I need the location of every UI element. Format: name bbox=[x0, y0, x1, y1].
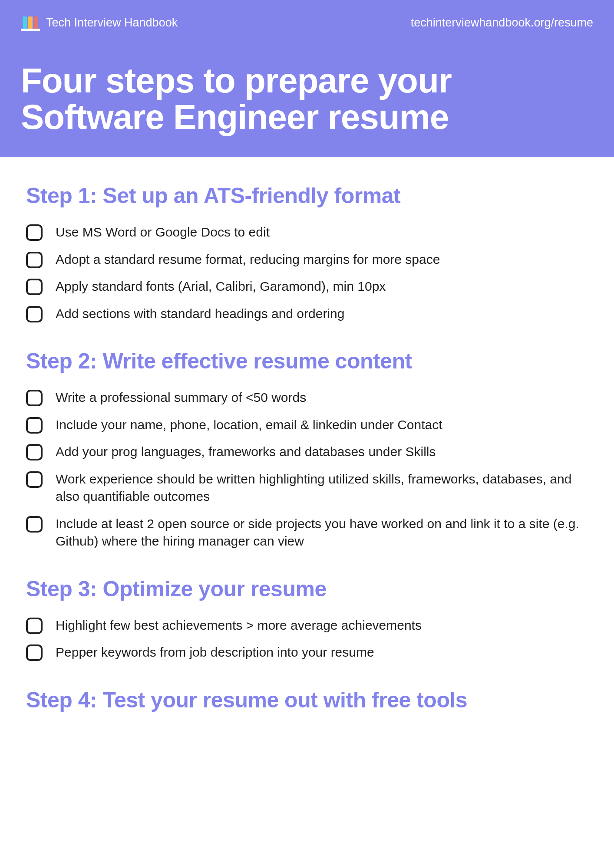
item-text: Adopt a standard resume format, reducing… bbox=[56, 251, 440, 269]
checklist-item: Highlight few best achievements > more a… bbox=[26, 617, 588, 635]
step-2: Step 2: Write effective resume content W… bbox=[26, 349, 588, 550]
checkbox[interactable] bbox=[26, 471, 43, 488]
item-text: Write a professional summary of <50 word… bbox=[56, 389, 306, 407]
checkbox[interactable] bbox=[26, 252, 43, 268]
svg-rect-1 bbox=[28, 16, 33, 29]
item-text: Add your prog languages, frameworks and … bbox=[56, 443, 436, 461]
checkbox[interactable] bbox=[26, 390, 43, 406]
step-title: Step 3: Optimize your resume bbox=[26, 576, 588, 602]
checklist-item: Add sections with standard headings and … bbox=[26, 305, 588, 323]
step-4: Step 4: Test your resume out with free t… bbox=[26, 687, 588, 713]
item-text: Pepper keywords from job description int… bbox=[56, 644, 374, 661]
brand: Tech Interview Handbook bbox=[21, 13, 178, 32]
checkbox[interactable] bbox=[26, 618, 43, 634]
header-banner: Tech Interview Handbook techinterviewhan… bbox=[0, 0, 614, 157]
item-text: Add sections with standard headings and … bbox=[56, 305, 344, 323]
content-area: Step 1: Set up an ATS-friendly format Us… bbox=[0, 157, 614, 713]
checklist-item: Include at least 2 open source or side p… bbox=[26, 515, 588, 550]
page-title: Four steps to prepare your Software Engi… bbox=[21, 62, 593, 135]
checkbox[interactable] bbox=[26, 306, 43, 322]
svg-rect-3 bbox=[21, 29, 40, 31]
checkbox[interactable] bbox=[26, 444, 43, 460]
checklist-item: Use MS Word or Google Docs to edit bbox=[26, 224, 588, 241]
topbar: Tech Interview Handbook techinterviewhan… bbox=[21, 13, 593, 32]
checklist-item: Work experience should be written highli… bbox=[26, 470, 588, 506]
svg-rect-2 bbox=[34, 16, 38, 29]
logo-icon bbox=[21, 13, 40, 32]
step-1: Step 1: Set up an ATS-friendly format Us… bbox=[26, 183, 588, 322]
checklist-item: Add your prog languages, frameworks and … bbox=[26, 443, 588, 461]
checkbox[interactable] bbox=[26, 644, 43, 661]
svg-rect-0 bbox=[23, 16, 27, 29]
checklist-item: Pepper keywords from job description int… bbox=[26, 644, 588, 661]
item-text: Use MS Word or Google Docs to edit bbox=[56, 224, 270, 241]
checkbox[interactable] bbox=[26, 516, 43, 533]
checklist-item: Adopt a standard resume format, reducing… bbox=[26, 251, 588, 269]
checklist-item: Write a professional summary of <50 word… bbox=[26, 389, 588, 407]
item-text: Include your name, phone, location, emai… bbox=[56, 416, 442, 434]
header-url: techinterviewhandbook.org/resume bbox=[411, 16, 593, 30]
step-title: Step 2: Write effective resume content bbox=[26, 349, 588, 374]
step-title: Step 1: Set up an ATS-friendly format bbox=[26, 183, 588, 208]
brand-text: Tech Interview Handbook bbox=[46, 16, 178, 30]
step-3: Step 3: Optimize your resume Highlight f… bbox=[26, 576, 588, 661]
item-text: Highlight few best achievements > more a… bbox=[56, 617, 422, 635]
step-title: Step 4: Test your resume out with free t… bbox=[26, 687, 588, 713]
checklist-item: Include your name, phone, location, emai… bbox=[26, 416, 588, 434]
checklist-item: Apply standard fonts (Arial, Calibri, Ga… bbox=[26, 278, 588, 296]
checkbox[interactable] bbox=[26, 224, 43, 241]
item-text: Include at least 2 open source or side p… bbox=[56, 515, 588, 550]
checkbox[interactable] bbox=[26, 279, 43, 295]
checkbox[interactable] bbox=[26, 417, 43, 434]
item-text: Work experience should be written highli… bbox=[56, 470, 588, 506]
item-text: Apply standard fonts (Arial, Calibri, Ga… bbox=[56, 278, 386, 296]
